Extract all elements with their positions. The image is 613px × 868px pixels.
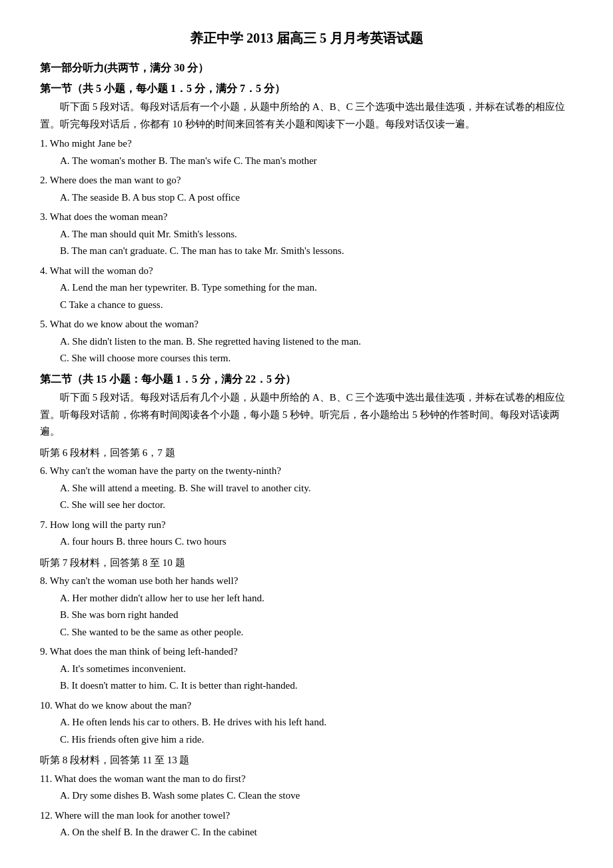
- question-3: 3. What does the woman mean? A. The man …: [40, 209, 573, 260]
- q5-text: 5. What do we know about the woman?: [40, 316, 573, 333]
- question-1: 1. Who might Jane be? A. The woman's mot…: [40, 135, 573, 169]
- q6-text: 6. Why can't the woman have the party on…: [40, 463, 573, 480]
- question-5: 5. What do we know about the woman? A. S…: [40, 316, 573, 367]
- section2-instruction: 听下面 5 段对话。每段对话后有几个小题，从题中所给的 A、B、C 三个选项中选…: [40, 389, 573, 441]
- q5-option-c: C. She will choose more courses this ter…: [60, 350, 573, 367]
- q12-options: A. On the shelf B. In the drawer C. In t…: [60, 824, 573, 841]
- q7-options: A. four hours B. three hours C. two hour…: [60, 533, 573, 551]
- q4-option-ab: A. Lend the man her typewriter. B. Type …: [60, 279, 573, 297]
- question-8: 8. Why can't the woman use both her hand…: [40, 573, 573, 641]
- q3-option-a: A. The man should quit Mr. Smith's lesso…: [60, 226, 573, 243]
- section1-header: 第一节（共 5 小题，每小题 1．5 分，满分 7．5 分）: [40, 79, 573, 97]
- q10-text: 10. What do we know about the man?: [40, 697, 573, 715]
- question-9: 9. What does the man think of being left…: [40, 643, 573, 695]
- question-2: 2. Where does the man want to go? A. The…: [40, 172, 573, 206]
- q5-option-ab: A. She didn't listen to the man. B. She …: [60, 333, 573, 351]
- q12-text: 12. Where will the man look for another …: [40, 807, 573, 825]
- q8-text: 8. Why can't the woman use both her hand…: [40, 573, 573, 590]
- question-10: 10. What do we know about the man? A. He…: [40, 697, 573, 749]
- question-11: 11. What does the woman want the man to …: [40, 771, 573, 805]
- q1-text: 1. Who might Jane be?: [40, 135, 573, 153]
- q1-options: A. The woman's mother B. The man's wife …: [60, 153, 573, 170]
- q11-text: 11. What does the woman want the man to …: [40, 771, 573, 788]
- section1-instruction: 听下面 5 段对话。每段对话后有一个小题，从题中所给的 A、B、C 三个选项中选…: [40, 99, 573, 133]
- passage1-hint: 听第 6 段材料，回答第 6，7 题: [40, 445, 573, 462]
- passage2-hint: 听第 7 段材料，回答第 8 至 10 题: [40, 555, 573, 572]
- q9-option-bc: B. It doesn't matter to him. C. It is be…: [60, 677, 573, 695]
- part1-header: 第一部分听力(共两节，满分 30 分）: [40, 59, 573, 77]
- q6-option-ab: A. She will attend a meeting. B. She wil…: [60, 480, 573, 497]
- question-4: 4. What will the woman do? A. Lend the m…: [40, 263, 573, 314]
- q11-options: A. Dry some dishes B. Wash some plates C…: [60, 787, 573, 805]
- q10-option-ab: A. He often lends his car to others. B. …: [60, 714, 573, 731]
- q4-text: 4. What will the woman do?: [40, 263, 573, 280]
- question-6: 6. Why can't the woman have the party on…: [40, 463, 573, 514]
- q9-text: 9. What does the man think of being left…: [40, 643, 573, 661]
- section2-header: 第二节（共 15 小题：每小题 1．5 分，满分 22．5 分）: [40, 370, 573, 388]
- q2-text: 2. Where does the man want to go?: [40, 172, 573, 189]
- q8-option-c: C. She wanted to be the same as other pe…: [60, 624, 573, 641]
- q2-options: A. The seaside B. A bus stop C. A post o…: [60, 189, 573, 207]
- q3-option-bc: B. The man can't graduate. C. The man ha…: [60, 243, 573, 260]
- q3-text: 3. What does the woman mean?: [40, 209, 573, 226]
- q7-text: 7. How long will the party run?: [40, 517, 573, 534]
- q8-option-b: B. She was born right handed: [60, 607, 573, 624]
- passage3-hint: 听第 8 段材料，回答第 11 至 13 题: [40, 752, 573, 769]
- question-12: 12. Where will the man look for another …: [40, 807, 573, 841]
- q6-option-c: C. She will see her doctor.: [60, 497, 573, 514]
- q8-option-a: A. Her mother didn't allow her to use he…: [60, 590, 573, 607]
- q9-option-a: A. It's sometimes inconvenient.: [60, 661, 573, 678]
- page-title: 养正中学 2013 届高三 5 月月考英语试题: [40, 27, 573, 49]
- question-7: 7. How long will the party run? A. four …: [40, 517, 573, 551]
- q4-option-c: C Take a chance to guess.: [60, 297, 573, 314]
- q10-option-c: C. His friends often give him a ride.: [60, 731, 573, 749]
